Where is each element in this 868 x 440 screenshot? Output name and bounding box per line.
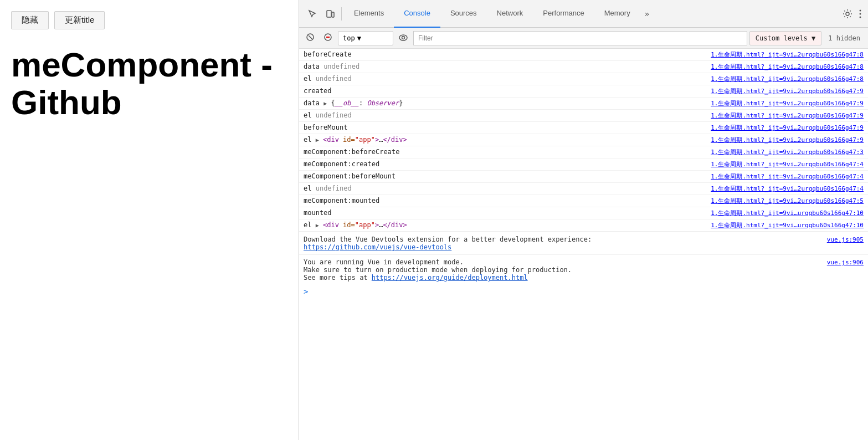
console-log-area[interactable]: beforeCreate1.生命周期.html?_ijt=9vi…2urqqbu…: [299, 49, 868, 440]
context-dropdown-icon: ▼: [357, 34, 361, 42]
hide-button[interactable]: 隐藏: [11, 11, 49, 29]
vue-mode-link[interactable]: https://vuejs.org/guide/deployment.html: [372, 274, 528, 282]
svg-point-10: [399, 35, 407, 40]
log-message: el undefined: [299, 111, 680, 120]
log-source-link[interactable]: 1.生命周期.html?_ijt=9vi…2urqqbu60s166g47:8: [680, 50, 868, 59]
log-source-link[interactable]: 1.生命周期.html?_ijt=9vi…2urqqbu60s166g47:4: [680, 160, 868, 169]
log-message: meComponent:created: [299, 160, 680, 168]
tab-sources[interactable]: Sources: [440, 0, 487, 28]
table-row: data undefined1.生命周期.html?_ijt=9vi…2urqq…: [299, 61, 868, 73]
log-source-link[interactable]: 1.生命周期.html?_ijt=9vi…2urqqbu60s166g47:8: [680, 74, 868, 84]
page-title: meComponent - Github: [11, 46, 287, 121]
prompt-symbol: >: [304, 287, 308, 296]
table-row: meComponent:mounted1.生命周期.html?_ijt=9vi……: [299, 195, 868, 207]
vue-mode-msg1: You are running Vue in development mode.: [304, 258, 464, 266]
log-message: meComponent:beforeMount: [299, 172, 680, 181]
table-row: created1.生命周期.html?_ijt=9vi…2urqqbu60s16…: [299, 85, 868, 98]
log-message: el undefined: [299, 184, 680, 193]
log-message: data ▶ {__ob__: Observer}: [299, 99, 680, 108]
svg-line-7: [309, 35, 312, 39]
select-element-icon[interactable]: [304, 7, 321, 21]
tab-network[interactable]: Network: [487, 0, 533, 28]
log-source-link[interactable]: 1.生命周期.html?_ijt=9vi…urqqbu60s166g47:10: [680, 208, 868, 218]
more-tabs-button[interactable]: »: [640, 7, 654, 21]
log-message: el ▶ <div id="app">…</div>: [299, 135, 680, 144]
log-message: mounted: [299, 208, 680, 217]
vue-mode-msg2: Make sure to turn on production mode whe…: [304, 266, 572, 274]
vue-devtools-msg: Download the Vue Devtools extension for …: [304, 236, 592, 243]
log-source-link[interactable]: 1.生命周期.html?_ijt=9vi…2urqqbu60s166g47:9: [680, 123, 868, 132]
table-row: meComponent:beforeMount1.生命周期.html?_ijt=…: [299, 171, 868, 183]
log-source-link[interactable]: 1.生命周期.html?_ijt=9vi…2urqqbu60s166g47:9: [680, 86, 868, 96]
custom-levels-label: Custom levels ▼: [756, 34, 815, 42]
tab-performance[interactable]: Performance: [533, 0, 594, 28]
log-source-link[interactable]: 1.生命周期.html?_ijt=9vi…2urqqbu60s166g47:4: [680, 184, 868, 193]
table-row: el ▶ <div id="app">…</div>1.生命周期.html?_i…: [299, 134, 868, 146]
stop-recording-button[interactable]: [320, 32, 336, 44]
devtools-panel: Elements Console Sources Network Perform…: [299, 0, 868, 440]
vue-devtools-source[interactable]: vue.js:905: [827, 236, 864, 243]
table-row: mounted1.生命周期.html?_ijt=9vi…urqqbu60s166…: [299, 207, 868, 219]
table-row: meComponent:beforeCreate1.生命周期.html?_ijt…: [299, 146, 868, 158]
log-message: el undefined: [299, 74, 680, 83]
button-row: 隐藏 更新title: [11, 11, 287, 29]
svg-point-3: [860, 9, 861, 11]
console-filter-input[interactable]: [413, 31, 747, 45]
table-row: meComponent:created1.生命周期.html?_ijt=9vi……: [299, 158, 868, 171]
left-panel: 隐藏 更新title meComponent - Github: [0, 0, 299, 440]
log-source-link[interactable]: 1.生命周期.html?_ijt=9vi…2urqqbu60s166g47:9: [680, 99, 868, 108]
log-source-link[interactable]: 1.生命周期.html?_ijt=9vi…2urqqbu60s166g47:9: [680, 135, 868, 145]
tab-elements[interactable]: Elements: [344, 0, 394, 28]
log-source-link[interactable]: 1.生命周期.html?_ijt=9vi…2urqqbu60s166g47:3: [680, 147, 868, 157]
table-row: el ▶ <div id="app">…</div>1.生命周期.html?_i…: [299, 219, 868, 232]
table-row: beforeCreate1.生命周期.html?_ijt=9vi…2urqqbu…: [299, 49, 868, 61]
vue-mode-source[interactable]: vue.js:906: [827, 259, 864, 266]
svg-rect-0: [327, 11, 331, 17]
log-message: beforeMount: [299, 123, 680, 132]
tab-memory[interactable]: Memory: [594, 0, 640, 28]
console-prompt: >: [299, 285, 868, 298]
table-row: el undefined1.生命周期.html?_ijt=9vi…2urqqbu…: [299, 183, 868, 195]
context-selector[interactable]: top ▼: [338, 31, 393, 45]
hidden-count: 1 hidden: [824, 33, 865, 43]
update-title-button[interactable]: 更新title: [54, 11, 105, 29]
log-message: meComponent:mounted: [299, 196, 680, 205]
table-row: el undefined1.生命周期.html?_ijt=9vi…2urqqbu…: [299, 73, 868, 85]
devtools-more-options-icon[interactable]: [857, 7, 864, 21]
clear-console-button[interactable]: [302, 32, 318, 44]
log-message: created: [299, 86, 680, 95]
log-source-link[interactable]: 1.生命周期.html?_ijt=9vi…2urqqbu60s166g47:8: [680, 62, 868, 71]
vue-devtools-link[interactable]: https://github.com/vuejs/vue-devtools: [304, 243, 451, 251]
log-message: el ▶ <div id="app">…</div>: [299, 221, 680, 229]
context-value: top: [343, 34, 355, 42]
log-source-link[interactable]: 1.生命周期.html?_ijt=9vi…2urqqbu60s166g47:5: [680, 196, 868, 206]
log-source-link[interactable]: 1.生命周期.html?_ijt=9vi…urqqbu60s166g47:10: [680, 221, 868, 230]
svg-point-2: [846, 12, 849, 16]
devtools-settings-icon[interactable]: [838, 7, 857, 21]
svg-rect-1: [332, 12, 334, 17]
table-row: el undefined1.生命周期.html?_ijt=9vi…2urqqbu…: [299, 110, 868, 122]
vue-mode-info: You are running Vue in development mode.…: [299, 254, 868, 285]
log-message: beforeCreate: [299, 50, 680, 59]
log-source-link[interactable]: 1.生命周期.html?_ijt=9vi…2urqqbu60s166g47:4: [680, 172, 868, 181]
vue-mode-msg3: See more tips at: [304, 274, 368, 282]
log-source-link[interactable]: 1.生命周期.html?_ijt=9vi…2urqqbu60s166g47:9: [680, 111, 868, 120]
log-rows: beforeCreate1.生命周期.html?_ijt=9vi…2urqqbu…: [299, 49, 868, 232]
tab-console[interactable]: Console: [394, 0, 440, 28]
device-toolbar-icon[interactable]: [321, 7, 339, 21]
log-message: data undefined: [299, 62, 680, 71]
log-message: meComponent:beforeCreate: [299, 147, 680, 156]
table-row: beforeMount1.生命周期.html?_ijt=9vi…2urqqbu6…: [299, 122, 868, 134]
console-toolbar: top ▼ Custom levels ▼ 1 hidden: [299, 28, 868, 49]
tab-separator: [341, 7, 342, 21]
custom-levels-dropdown[interactable]: Custom levels ▼: [749, 31, 821, 45]
svg-point-11: [402, 36, 405, 39]
table-row: data ▶ {__ob__: Observer}1.生命周期.html?_ij…: [299, 98, 868, 110]
eye-icon[interactable]: [396, 33, 411, 44]
devtools-tabs-bar: Elements Console Sources Network Perform…: [299, 0, 868, 28]
svg-point-4: [860, 13, 861, 14]
svg-point-5: [860, 16, 861, 18]
vue-devtools-info: Download the Vue Devtools extension for …: [299, 232, 868, 254]
